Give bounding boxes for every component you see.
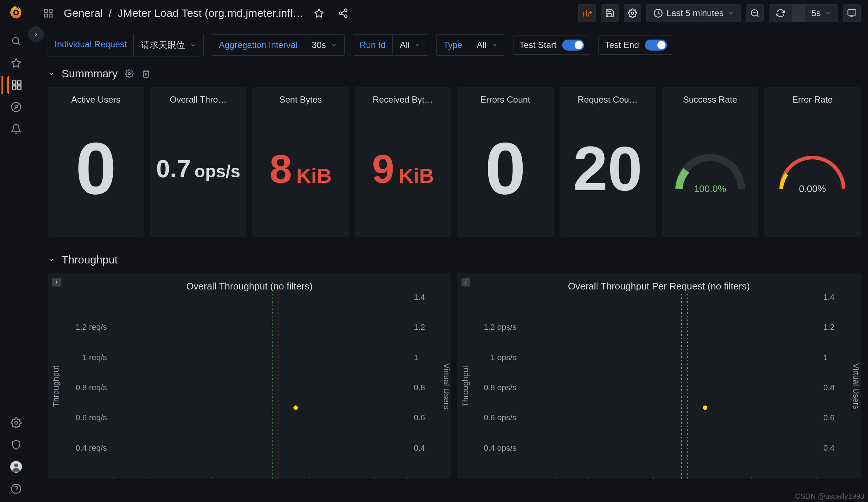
stat-value: 0.7ops/s bbox=[156, 154, 240, 183]
svg-point-17 bbox=[631, 12, 634, 15]
svg-text:0.8 ops/s: 0.8 ops/s bbox=[484, 383, 516, 392]
search-nav-icon[interactable] bbox=[7, 32, 25, 50]
info-icon[interactable]: i bbox=[52, 278, 61, 287]
svg-rect-4 bbox=[18, 86, 21, 89]
svg-point-6 bbox=[15, 421, 18, 424]
watermark: CSDN @usually1993 bbox=[795, 492, 864, 501]
topbar: General / JMeter Load Test (org.md.jmete… bbox=[32, 0, 868, 26]
profile-nav-icon[interactable] bbox=[7, 458, 25, 476]
stat-value: 20 bbox=[573, 137, 642, 200]
stat-value: 9KiB bbox=[372, 145, 434, 192]
settings-button[interactable] bbox=[624, 4, 641, 22]
svg-text:1: 1 bbox=[414, 353, 418, 362]
dashboards-breadcrumb-icon[interactable] bbox=[40, 4, 57, 22]
chevron-down-icon bbox=[727, 10, 734, 16]
svg-rect-3 bbox=[13, 86, 16, 89]
star-icon[interactable] bbox=[310, 4, 328, 22]
refresh-button[interactable] bbox=[769, 5, 792, 22]
svg-point-73 bbox=[703, 406, 707, 410]
row-throughput-header[interactable]: Throughput bbox=[48, 254, 861, 266]
stat-grid: Active Users 0 Overall Thro… 0.7ops/s Se… bbox=[48, 87, 861, 237]
svg-text:1.2: 1.2 bbox=[414, 322, 425, 332]
dashboards-nav-icon[interactable] bbox=[7, 76, 25, 94]
panel-success-rate[interactable]: Success Rate 100.0% bbox=[662, 87, 758, 237]
panel-overall-throughput-chart[interactable]: i Overall Throughput (no filters) 0.4 re… bbox=[48, 273, 451, 479]
var-type[interactable]: Type All bbox=[436, 34, 505, 56]
zoom-out-button[interactable] bbox=[746, 4, 764, 22]
row-summary-header[interactable]: Summmary bbox=[48, 67, 861, 80]
config-nav-icon[interactable] bbox=[7, 414, 25, 432]
panel-error-rate[interactable]: Error Rate 0.00% bbox=[764, 87, 861, 237]
svg-text:1: 1 bbox=[823, 353, 828, 362]
starred-nav-icon[interactable] bbox=[7, 54, 25, 72]
toggle-test-start[interactable]: Test Start bbox=[513, 36, 590, 55]
alerting-nav-icon[interactable] bbox=[7, 120, 25, 138]
svg-text:Virtual Users: Virtual Users bbox=[852, 363, 861, 409]
svg-rect-1 bbox=[13, 81, 16, 84]
refresh-picker[interactable]: 5s bbox=[769, 4, 838, 22]
info-icon[interactable]: i bbox=[461, 278, 470, 287]
chart-plot: 0.4 ops/s0.6 ops/s0.8 ops/s1 ops/s1.2 op… bbox=[457, 294, 861, 479]
row-summary-title: Summmary bbox=[62, 67, 118, 80]
svg-text:0.6 req/s: 0.6 req/s bbox=[75, 413, 107, 422]
panel-per-request-throughput-chart[interactable]: i Overall Throughput Per Request (no fil… bbox=[457, 273, 861, 479]
chevron-down-icon bbox=[48, 256, 55, 263]
svg-rect-2 bbox=[18, 81, 21, 84]
sidebar-expand-button[interactable] bbox=[28, 26, 44, 43]
tv-mode-button[interactable] bbox=[843, 4, 861, 22]
panel-received-bytes[interactable]: Received Byt… 9KiB bbox=[355, 87, 452, 237]
panel-overall-throughput[interactable]: Overall Thro… 0.7ops/s bbox=[150, 87, 247, 237]
svg-text:1.2 req/s: 1.2 req/s bbox=[75, 322, 107, 332]
svg-point-14 bbox=[345, 9, 347, 11]
svg-point-15 bbox=[340, 12, 342, 15]
row-settings-icon[interactable] bbox=[124, 69, 134, 79]
breadcrumb-folder[interactable]: General bbox=[64, 7, 103, 19]
svg-text:1 ops/s: 1 ops/s bbox=[490, 353, 516, 362]
dashboard-content: Summmary Active Users 0 Overall Thro… 0.… bbox=[48, 64, 861, 502]
toggle-switch[interactable] bbox=[562, 40, 584, 51]
refresh-interval-label: 5s bbox=[812, 8, 821, 18]
panel-errors-count[interactable]: Errors Count 0 bbox=[457, 87, 554, 237]
panel-request-count[interactable]: Request Cou… 20 bbox=[560, 87, 656, 237]
svg-point-47 bbox=[293, 406, 298, 410]
svg-text:0.6: 0.6 bbox=[414, 413, 425, 422]
panel-active-users[interactable]: Active Users 0 bbox=[48, 87, 144, 237]
stat-value: 0 bbox=[485, 132, 526, 205]
svg-text:Throughput: Throughput bbox=[461, 366, 470, 407]
breadcrumb: General / JMeter Load Test (org.md.jmete… bbox=[64, 7, 304, 19]
toggle-switch[interactable] bbox=[645, 40, 667, 51]
toggle-test-end[interactable]: Test End bbox=[598, 36, 673, 55]
svg-rect-12 bbox=[45, 14, 48, 17]
stat-value: 0 bbox=[75, 132, 116, 205]
panel-sent-bytes[interactable]: Sent Bytes 8KiB bbox=[252, 87, 349, 237]
chevron-down-icon bbox=[190, 42, 196, 48]
var-individual-request[interactable]: Individual Request 请求天眼位 bbox=[48, 34, 204, 56]
svg-text:Throughput: Throughput bbox=[51, 366, 60, 407]
svg-text:0.6 ops/s: 0.6 ops/s bbox=[484, 413, 516, 422]
svg-text:0.4: 0.4 bbox=[823, 443, 835, 453]
svg-text:1.4: 1.4 bbox=[414, 294, 425, 302]
explore-nav-icon[interactable] bbox=[7, 98, 25, 116]
chevron-down-icon bbox=[331, 42, 337, 48]
grafana-logo[interactable] bbox=[7, 4, 25, 21]
svg-point-8 bbox=[14, 464, 18, 468]
refresh-interval[interactable]: 5s bbox=[805, 5, 838, 22]
help-nav-icon[interactable] bbox=[7, 480, 25, 498]
svg-rect-11 bbox=[49, 10, 52, 12]
gauge: 100.0% bbox=[672, 145, 749, 192]
svg-point-5 bbox=[12, 103, 21, 112]
var-aggregation-interval[interactable]: Aggregation Interval 30s bbox=[212, 34, 345, 56]
save-button[interactable] bbox=[601, 4, 619, 22]
svg-text:0.8: 0.8 bbox=[414, 383, 425, 392]
chevron-down-icon bbox=[415, 42, 420, 48]
svg-rect-20 bbox=[848, 10, 856, 15]
chevron-down-icon bbox=[492, 42, 497, 48]
add-panel-button[interactable] bbox=[578, 4, 596, 22]
breadcrumb-title[interactable]: JMeter Load Test (org.md.jmeter.infl… bbox=[118, 7, 304, 19]
svg-rect-13 bbox=[49, 14, 52, 17]
row-delete-icon[interactable] bbox=[141, 69, 151, 79]
time-range-picker[interactable]: Last 5 minutes bbox=[646, 4, 741, 22]
share-icon[interactable] bbox=[334, 4, 352, 22]
var-run-id[interactable]: Run Id All bbox=[353, 34, 428, 56]
admin-nav-icon[interactable] bbox=[7, 436, 25, 454]
